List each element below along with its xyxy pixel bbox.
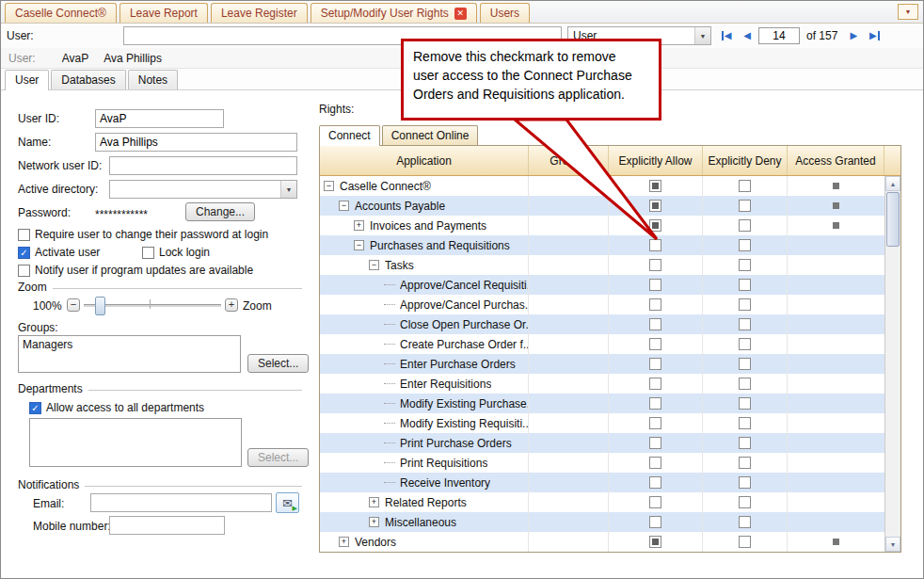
explicitly-allow-checkbox[interactable] [649,180,661,192]
explicitly-deny-checkbox[interactable] [739,259,751,271]
tab-setup-modify-user-rights[interactable]: Setup/Modify User Rights ✕ [311,3,477,23]
rights-grid-row[interactable]: +Miscellaneous [320,512,884,532]
rights-grid-row[interactable]: −Caselle Connect® [320,176,884,196]
explicitly-allow-checkbox[interactable] [649,476,661,489]
explicitly-allow-checkbox[interactable] [649,496,661,508]
user-id-input[interactable] [95,109,224,128]
rights-grid-row[interactable]: Enter Purchase Orders [320,354,884,374]
zoom-slider-thumb[interactable] [95,297,105,315]
explicitly-deny-checkbox[interactable] [739,476,751,489]
explicitly-deny-checkbox[interactable] [739,358,751,370]
explicitly-deny-checkbox[interactable] [739,180,751,192]
scroll-track[interactable] [885,248,900,537]
collapse-icon[interactable]: − [339,201,349,211]
scroll-down-button[interactable]: ▼ [885,537,900,552]
rights-grid-row[interactable]: Approve/Cancel Purchas... [320,295,884,314]
explicitly-allow-checkbox[interactable] [649,457,661,469]
rights-grid-row[interactable]: −Accounts Payable [320,196,884,216]
rights-grid-row[interactable]: +Invoices and Payments [320,216,884,235]
rights-grid-row[interactable]: Close Open Purchase Or... [320,314,884,334]
explicitly-allow-checkbox[interactable] [649,219,661,232]
tab-caselle-connect[interactable]: Caselle Connect® [5,3,117,23]
tab-list-dropdown-button[interactable]: ▼ [898,4,918,20]
explicitly-allow-checkbox[interactable] [649,397,661,410]
explicitly-allow-checkbox[interactable] [649,318,661,330]
column-header-groups[interactable]: Groups [529,146,609,175]
groups-select-button[interactable]: Select... [247,354,309,373]
explicitly-deny-checkbox[interactable] [739,318,751,330]
tab-users[interactable]: Users [480,3,530,23]
tab-leave-register[interactable]: Leave Register [211,3,308,23]
explicitly-allow-checkbox[interactable] [649,239,661,251]
column-header-access-granted[interactable]: Access Granted [788,146,884,175]
explicitly-allow-checkbox[interactable] [649,516,661,528]
explicitly-deny-checkbox[interactable] [739,239,751,251]
expand-icon[interactable]: + [339,537,349,547]
tab-notes[interactable]: Notes [128,70,178,89]
first-record-button[interactable]: ◀ [717,27,736,44]
expand-icon[interactable]: + [369,517,379,527]
rights-grid-row[interactable]: Create Purchase Order f... [320,334,884,354]
rights-grid-row[interactable]: Receive Inventory [320,473,884,492]
explicitly-deny-checkbox[interactable] [739,378,751,390]
explicitly-allow-checkbox[interactable] [649,536,661,548]
rights-grid-row[interactable]: −Tasks [320,255,884,275]
change-password-button[interactable]: Change... [185,202,255,221]
explicitly-deny-checkbox[interactable] [739,417,751,429]
rights-grid-row[interactable]: +Related Reports [320,492,884,512]
rights-grid-row[interactable]: Print Purchase Orders [320,433,884,453]
zoom-out-button[interactable]: − [67,298,80,312]
departments-select-button[interactable]: Select... [247,448,309,467]
vertical-scrollbar[interactable]: ▲ ▼ [884,176,900,552]
next-record-button[interactable]: ▶ [844,27,863,44]
explicitly-deny-checkbox[interactable] [739,536,751,548]
network-user-id-input[interactable] [109,156,297,175]
require-change-checkbox[interactable] [18,229,30,241]
name-input[interactable] [95,133,297,152]
explicitly-deny-checkbox[interactable] [739,298,751,311]
explicitly-deny-checkbox[interactable] [739,516,751,528]
collapse-icon[interactable]: − [354,240,364,250]
tab-databases[interactable]: Databases [51,70,125,89]
rights-grid-row[interactable]: −Purchases and Requisitions [320,235,884,255]
explicitly-allow-checkbox[interactable] [649,437,661,449]
explicitly-deny-checkbox[interactable] [739,457,751,469]
close-tab-icon[interactable]: ✕ [454,8,467,20]
rights-grid-row[interactable]: Modify Existing Purchase... [320,394,884,413]
zoom-in-button[interactable]: + [225,298,238,312]
send-email-button[interactable]: ✉ ▶ [276,492,299,513]
lock-login-checkbox[interactable] [142,247,154,259]
last-record-button[interactable]: ▶ [865,27,884,44]
rights-grid-row[interactable]: Modify Existing Requisiti... [320,413,884,433]
explicitly-deny-checkbox[interactable] [739,219,751,232]
column-header-explicitly-allow[interactable]: Explicitly Allow [609,146,703,175]
group-list-item[interactable]: Managers [19,336,240,353]
column-header-explicitly-deny[interactable]: Explicitly Deny [703,146,788,175]
explicitly-allow-checkbox[interactable] [649,378,661,390]
explicitly-deny-checkbox[interactable] [739,279,751,291]
groups-listbox[interactable]: Managers [18,335,241,373]
scroll-thumb[interactable] [886,192,900,247]
explicitly-allow-checkbox[interactable] [649,279,661,291]
departments-listbox[interactable] [29,418,242,467]
allow-all-departments-checkbox[interactable]: ✓ [29,402,41,414]
explicitly-allow-checkbox[interactable] [649,417,661,429]
notify-updates-checkbox[interactable] [18,265,30,277]
explicitly-allow-checkbox[interactable] [649,338,661,350]
rights-grid-row[interactable]: Enter Requisitions [320,374,884,394]
column-header-application[interactable]: Application [320,146,529,175]
explicitly-deny-checkbox[interactable] [739,496,751,508]
tab-leave-report[interactable]: Leave Report [119,3,208,23]
explicitly-allow-checkbox[interactable] [649,358,661,370]
mobile-number-input[interactable] [109,516,225,535]
rights-grid-row[interactable]: +Vendors [320,532,884,552]
tab-user[interactable]: User [5,70,49,90]
explicitly-allow-checkbox[interactable] [649,200,661,212]
expand-icon[interactable]: + [354,220,364,231]
expand-icon[interactable]: + [369,497,379,507]
explicitly-deny-checkbox[interactable] [739,338,751,350]
explicitly-allow-checkbox[interactable] [649,298,661,311]
collapse-icon[interactable]: − [324,181,334,191]
explicitly-deny-checkbox[interactable] [739,437,751,449]
email-input[interactable] [90,493,272,512]
